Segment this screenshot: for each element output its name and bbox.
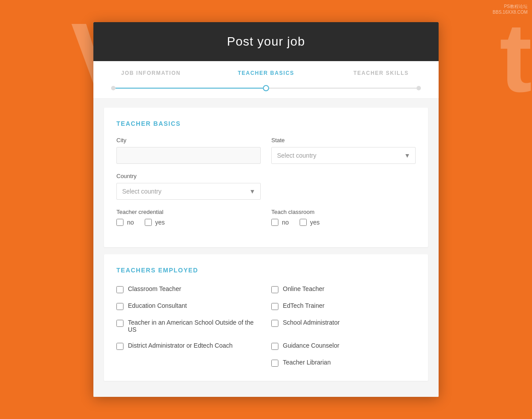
employed-item-american-school[interactable]: Teacher in an American School Outside of… <box>116 317 261 335</box>
employed-item-guidance-counselor[interactable]: Guidance Counselor <box>271 340 416 352</box>
country-select[interactable]: Select country <box>116 183 261 200</box>
employed-item-online-teacher[interactable]: Online Teacher <box>271 283 416 295</box>
steps-tabs: JOB INFORMATION TEACHER BASICS TEACHER S… <box>93 70 439 81</box>
country-spacer <box>271 173 416 200</box>
steps-navigation: JOB INFORMATION TEACHER BASICS TEACHER S… <box>93 61 439 99</box>
tab-teacher-skills[interactable]: TEACHER SKILLS <box>324 70 439 81</box>
checkbox-online-teacher[interactable] <box>271 286 278 293</box>
country-row: Country Select country ▼ <box>116 173 416 200</box>
modal-title: Post your job <box>102 35 430 49</box>
checkbox-american-school[interactable] <box>116 320 123 327</box>
progress-dot-2 <box>263 85 269 91</box>
employed-item-edtech-trainer[interactable]: EdTech Trainer <box>271 300 416 312</box>
country-label: Country <box>116 173 261 179</box>
credential-yes-item[interactable]: yes <box>145 219 165 226</box>
city-label: City <box>116 137 261 144</box>
credential-yes-checkbox[interactable] <box>145 219 152 226</box>
checkbox-classroom-teacher[interactable] <box>116 286 123 293</box>
teach-classroom-checkboxes: no yes <box>271 219 416 226</box>
watermark: PS教程论坛 BBS.16XX8.COM <box>493 4 528 15</box>
label-american-school: Teacher in an American School Outside of… <box>128 319 261 333</box>
teach-classroom-group: Teach classroom no yes <box>271 209 416 226</box>
tab-job-information[interactable]: JOB INFORMATION <box>93 70 208 81</box>
state-select-wrapper: Select country ▼ <box>271 147 416 164</box>
country-select-wrapper: Select country ▼ <box>116 183 261 200</box>
teacher-basics-card: TEACHER BASICS City State Select country… <box>104 108 428 247</box>
progress-line-1 <box>116 88 263 89</box>
credential-classroom-row: Teacher credential no yes Teach classroo <box>116 209 416 226</box>
label-teacher-librarian: Teacher Librarian <box>283 359 331 366</box>
credential-checkboxes: no yes <box>116 219 261 226</box>
city-input[interactable] <box>116 147 261 164</box>
employed-item-district-admin[interactable]: District Administrator or Edtech Coach <box>116 340 261 352</box>
teach-yes-label: yes <box>310 219 320 226</box>
employed-grid: Classroom Teacher Online Teacher Educati… <box>116 283 416 369</box>
bg-letter-right: t <box>500 9 532 106</box>
credential-group: Teacher credential no yes <box>116 209 261 226</box>
label-edtech-trainer: EdTech Trainer <box>283 302 324 309</box>
label-district-admin: District Administrator or Edtech Coach <box>128 342 233 349</box>
checkbox-district-admin[interactable] <box>116 343 123 350</box>
employed-item-school-administrator[interactable]: School Administrator <box>271 317 416 335</box>
label-online-teacher: Online Teacher <box>283 285 324 292</box>
state-label: State <box>271 137 416 144</box>
checkbox-teacher-librarian[interactable] <box>271 360 278 367</box>
teach-yes-item[interactable]: yes <box>300 219 320 226</box>
teacher-basics-title: TEACHER BASICS <box>116 120 416 127</box>
credential-no-checkbox[interactable] <box>116 219 123 226</box>
teachers-employed-title: TEACHERS EMPLOYED <box>116 267 416 274</box>
tab-teacher-basics[interactable]: TEACHER BASICS <box>208 70 324 81</box>
label-guidance-counselor: Guidance Counselor <box>283 342 339 349</box>
teachers-employed-card: TEACHERS EMPLOYED Classroom Teacher Onli… <box>104 254 428 381</box>
checkbox-guidance-counselor[interactable] <box>271 343 278 350</box>
teach-no-item[interactable]: no <box>271 219 289 226</box>
progress-dot-3 <box>416 86 421 90</box>
label-school-administrator: School Administrator <box>283 319 339 326</box>
employed-item-teacher-librarian[interactable]: Teacher Librarian <box>271 357 416 369</box>
city-state-row: City State Select country ▼ <box>116 137 416 164</box>
checkbox-school-administrator[interactable] <box>271 320 278 327</box>
checkbox-edtech-trainer[interactable] <box>271 303 278 310</box>
credential-label: Teacher credential <box>116 209 261 215</box>
progress-line-2 <box>269 88 416 89</box>
teach-yes-checkbox[interactable] <box>300 219 307 226</box>
modal-content: TEACHER BASICS City State Select country… <box>93 99 439 397</box>
credential-no-item[interactable]: no <box>116 219 134 226</box>
teach-no-checkbox[interactable] <box>271 219 278 226</box>
credential-yes-label: yes <box>155 219 165 226</box>
checkbox-education-consultant[interactable] <box>116 303 123 310</box>
teach-classroom-label: Teach classroom <box>271 209 416 215</box>
modal-header: Post your job <box>93 22 439 61</box>
country-group: Country Select country ▼ <box>116 173 261 200</box>
label-education-consultant: Education Consultant <box>128 302 187 309</box>
progress-dot-1 <box>111 86 116 90</box>
credential-no-label: no <box>127 219 134 226</box>
state-select[interactable]: Select country <box>271 147 416 164</box>
state-group: State Select country ▼ <box>271 137 416 164</box>
steps-progress <box>93 81 439 98</box>
employed-item-education-consultant[interactable]: Education Consultant <box>116 300 261 312</box>
city-group: City <box>116 137 261 164</box>
modal-dialog: Post your job JOB INFORMATION TEACHER BA… <box>93 22 439 397</box>
employed-item-spacer <box>116 357 261 369</box>
teach-no-label: no <box>282 219 289 226</box>
employed-item-classroom-teacher[interactable]: Classroom Teacher <box>116 283 261 295</box>
label-classroom-teacher: Classroom Teacher <box>128 285 181 292</box>
